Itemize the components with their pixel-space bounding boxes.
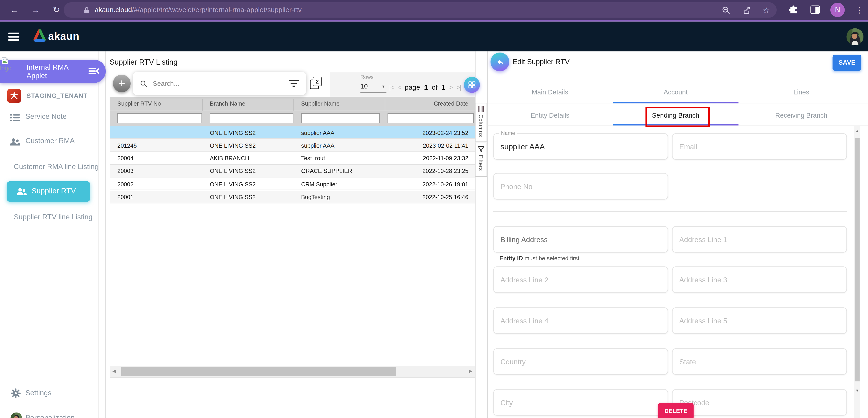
sidebar-item-service-note[interactable]: Service Note	[26, 112, 67, 120]
vertical-scrollbar[interactable]: ▲ ▼	[854, 126, 860, 418]
first-page-button[interactable]: |<	[389, 83, 394, 91]
table-row[interactable]: 20001 ONE LIVING SS2 BugTesting 2022-10-…	[110, 190, 475, 203]
share-icon[interactable]	[742, 6, 750, 14]
sidebar-item-supplier-rtv-line-listing[interactable]: Supplier RTV line Listing	[14, 213, 93, 221]
email-input[interactable]	[672, 133, 847, 160]
extensions-icon[interactable]	[788, 5, 798, 14]
tab-receiving-branch[interactable]: Receiving Branch	[739, 112, 864, 119]
table-header: Supplier RTV No Branch Name Supplier Nam…	[110, 97, 475, 111]
url-path: /#/applet/tnt/wavelet/erp/internal-rma-a…	[132, 6, 302, 14]
vertical-scrollbar-thumb[interactable]	[855, 138, 860, 381]
rows-per-page-select[interactable]: 10 ▼	[360, 81, 386, 93]
table-row[interactable]: 20004 AKIB BRANCH Test_rout 2022-11-09 2…	[110, 152, 475, 165]
sidebar-item-settings[interactable]: Settings	[26, 389, 52, 397]
filters-tab-label: Filters	[478, 155, 484, 171]
listing-panel-divider	[105, 51, 106, 418]
filter-input-supplier-name[interactable]	[301, 113, 380, 123]
address-line-2-field	[493, 267, 668, 293]
address-line-1-input[interactable]	[672, 226, 847, 253]
sidebar-item-personalization[interactable]: Personalization	[26, 413, 75, 418]
sidebar-item-tenant[interactable]: STAGING_TENANT	[27, 92, 88, 99]
scroll-left-icon[interactable]: ◀	[110, 366, 119, 377]
tab-lines[interactable]: Lines	[739, 89, 864, 96]
table-row[interactable]: 20003 ONE LIVING SS2 GRACE SUPPLIER 2022…	[110, 165, 475, 178]
country-input[interactable]	[493, 348, 668, 375]
cell-rtv-no: 20003	[117, 168, 133, 174]
state-input[interactable]	[672, 348, 847, 375]
table-row[interactable]: 201245 ONE LIVING SS2 supplier AAA 2023-…	[110, 139, 475, 152]
tab-entity-details[interactable]: Entity Details	[487, 112, 613, 119]
scroll-up-icon[interactable]: ▲	[854, 127, 860, 135]
grid-view-button[interactable]	[464, 77, 480, 93]
tab-main-details[interactable]: Main Details	[487, 89, 613, 96]
browser-back-icon[interactable]: ←	[8, 4, 21, 16]
column-header-supplier-rtv-no[interactable]: Supplier RTV No	[117, 100, 161, 107]
filter-input-supplier-rtv-no[interactable]	[117, 113, 202, 123]
next-page-button[interactable]: >	[449, 83, 453, 91]
filters-panel-tab[interactable]: Filters	[475, 143, 487, 177]
zoom-out-icon[interactable]	[722, 6, 730, 14]
scroll-down-icon[interactable]: ▼	[854, 387, 860, 394]
name-input[interactable]	[493, 133, 668, 160]
cell-created: 2022-10-25 16:46	[423, 194, 468, 200]
applet-title-banner[interactable]: Internal RMA Applet	[0, 60, 106, 83]
page-word: page	[405, 83, 420, 91]
address-line-2-input[interactable]	[493, 267, 668, 293]
address-bar[interactable]: akaun.cloud/#/applet/tnt/wavelet/erp/int…	[64, 2, 777, 18]
horizontal-scrollbar[interactable]: ◀ ▶	[110, 366, 475, 378]
total-pages: 1	[441, 83, 445, 91]
address-line-4-input[interactable]	[493, 307, 668, 334]
address-line-3-input[interactable]	[672, 267, 847, 293]
column-header-created-date[interactable]: Created Date	[434, 100, 468, 107]
back-button[interactable]	[490, 53, 509, 71]
browser-menu-icon[interactable]: ⋮	[855, 4, 864, 16]
address-line-5-input[interactable]	[672, 307, 847, 334]
save-button[interactable]: SAVE	[833, 55, 861, 71]
scroll-right-icon[interactable]: ▶	[466, 366, 475, 377]
country-field	[493, 348, 668, 375]
lock-icon	[84, 6, 90, 14]
browser-sidepanel-icon[interactable]	[810, 5, 820, 14]
add-button[interactable]: +	[113, 75, 131, 92]
city-input[interactable]	[493, 389, 668, 416]
browser-forward-icon[interactable]: →	[29, 4, 42, 16]
browser-profile-avatar[interactable]: N	[830, 3, 845, 17]
sidebar-item-supplier-rtv[interactable]: Supplier RTV	[7, 181, 90, 202]
table-row-selected[interactable]: ONE LIVING SS2 supplier AAA 2023-02-24 2…	[110, 126, 475, 139]
postcode-input[interactable]	[672, 389, 847, 416]
helper-text-rest: must be selected first	[523, 255, 580, 262]
sidebar-collapse-icon[interactable]	[89, 67, 100, 75]
tab-account[interactable]: Account	[613, 89, 738, 96]
sidebar-item-customer-rma-line-listing[interactable]: Customer RMA line Listing	[14, 163, 99, 171]
filter-input-created-date[interactable]	[388, 113, 474, 123]
delete-button[interactable]: DELETE	[658, 403, 693, 418]
sidebar-item-label: Supplier RTV	[31, 187, 76, 195]
browser-reload-icon[interactable]: ↻	[50, 4, 63, 16]
name-field-label: Name	[499, 130, 517, 136]
search-input[interactable]	[152, 79, 289, 88]
column-header-supplier-name[interactable]: Supplier Name	[301, 100, 340, 107]
phone-input[interactable]	[493, 173, 668, 200]
sidebar-item-customer-rma[interactable]: Customer RMA	[26, 137, 75, 145]
state-field	[672, 348, 847, 375]
prev-page-button[interactable]: <	[397, 83, 401, 91]
columns-panel-tab[interactable]: Columns	[475, 103, 487, 142]
of-word: of	[432, 83, 437, 91]
last-page-button[interactable]: >|	[456, 83, 461, 91]
duplicate-view-icon[interactable]: 2	[310, 77, 322, 90]
column-header-branch-name[interactable]: Branch Name	[210, 100, 245, 107]
email-field	[672, 133, 847, 160]
horizontal-scrollbar-thumb[interactable]	[121, 367, 396, 376]
applet-title: Internal RMA Applet	[27, 63, 89, 80]
billing-address-input[interactable]	[493, 226, 668, 253]
filter-icon[interactable]	[289, 80, 299, 87]
cell-supplier: BugTesting	[301, 194, 330, 200]
table-row[interactable]: 20002 ONE LIVING SS2 CRM Supplier 2022-1…	[110, 177, 475, 190]
user-avatar[interactable]	[846, 28, 863, 45]
people-icon	[9, 138, 21, 146]
hamburger-menu-icon[interactable]	[8, 33, 19, 41]
filter-input-branch-name[interactable]	[210, 113, 293, 123]
search-box[interactable]	[133, 72, 306, 95]
pagination: |< < page 1 of 1 > >|	[389, 82, 461, 92]
bookmark-star-icon[interactable]: ☆	[763, 6, 770, 14]
